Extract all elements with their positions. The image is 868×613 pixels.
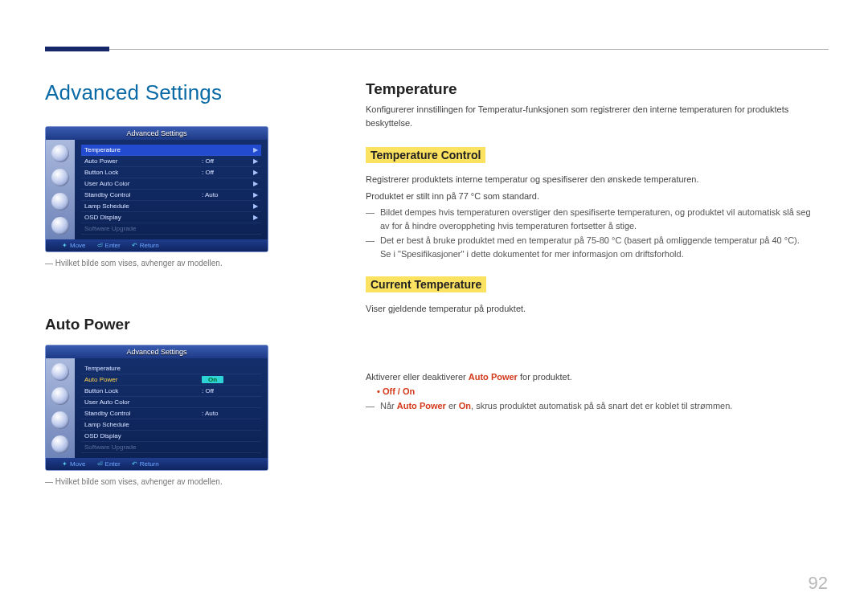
osd-menu-row: User Auto Color▶ (81, 178, 261, 190)
osd-sidebar (46, 358, 75, 458)
osd-menu-row: Button Lock: Off▶ (81, 167, 261, 178)
auto-power-text: Aktiverer eller deaktiverer Auto Power f… (366, 370, 816, 384)
osd-row-value: : Auto (202, 191, 250, 198)
osd-footer-enter: Enter (105, 460, 121, 468)
osd-menu-row: Standby Control: Auto (81, 408, 261, 419)
osd-row-label: Software Upgrade (81, 225, 202, 232)
image-caption: ― Hvilket bilde som vises, avhenger av m… (45, 259, 302, 268)
chevron-right-icon: ▶ (250, 180, 261, 187)
osd-menu-row: Auto Power: Off▶ (81, 156, 261, 167)
osd-row-label: Software Upgrade (81, 443, 202, 451)
osd-row-value: : Off (202, 157, 250, 165)
header-rule (109, 49, 829, 50)
osd-row-label: Standby Control (81, 191, 202, 198)
image-caption: ― Hvilket bilde som vises, avhenger av m… (45, 477, 302, 486)
inline-accent-auto-power: Auto Power (469, 372, 518, 382)
sub-heading-temperature-control: Temperature Control (366, 147, 485, 163)
osd-menu-row: Auto PowerOn (81, 374, 261, 386)
osd-sidebar-icon (51, 363, 69, 381)
page-title: Advanced Settings (45, 80, 302, 105)
osd-row-label: Auto Power (81, 376, 202, 383)
osd-footer-move: Move (70, 460, 86, 468)
bullet-off-on: • Off / On (377, 386, 816, 396)
osd-sidebar-icon (51, 193, 69, 210)
osd-footer: ✦Move ⏎Enter ↶Return (46, 239, 268, 251)
osd-menu-row: Lamp Schedule (81, 419, 261, 431)
osd-footer-return: Return (140, 460, 159, 468)
osd-row-label: User Auto Color (81, 180, 202, 187)
osd-menu: Temperature▶Auto Power: Off▶Button Lock:… (75, 140, 268, 239)
osd-menu-row: Button Lock: Off (81, 386, 261, 397)
osd-menu-row: Temperature▶ (81, 145, 261, 156)
inline-accent-auto-power: Auto Power (397, 401, 446, 411)
chevron-right-icon: ▶ (250, 191, 261, 198)
osd-screenshot-auto-power: Advanced Settings TemperatureAuto PowerO… (45, 345, 268, 471)
temperature-intro: Konfigurerer innstillingen for Temperatu… (366, 103, 816, 129)
osd-row-label: OSD Display (81, 214, 202, 221)
osd-row-label: Lamp Schedule (81, 202, 202, 210)
osd-footer-return: Return (140, 242, 159, 249)
osd-row-label: Button Lock (81, 169, 202, 176)
curr-temp-text: Viser gjeldende temperatur på produktet. (366, 302, 816, 316)
inline-accent-on: On (459, 401, 471, 411)
osd-row-label: Auto Power (81, 157, 202, 165)
osd-row-value: : Off (202, 169, 250, 176)
osd-footer-enter: Enter (105, 242, 121, 249)
note-line: ―Det er best å bruke produktet med en te… (366, 234, 816, 260)
osd-menu-row: Software Upgrade (81, 223, 261, 235)
osd-sidebar-icon (51, 169, 69, 186)
osd-menu-row: Lamp Schedule▶ (81, 201, 261, 212)
osd-sidebar-icon (51, 387, 69, 405)
osd-sidebar-icon (51, 435, 69, 453)
chevron-right-icon: ▶ (250, 157, 261, 165)
page-number: 92 (809, 573, 828, 594)
chevron-right-icon: ▶ (250, 202, 261, 210)
osd-row-value: On (202, 376, 250, 383)
osd-menu-row: User Auto Color (81, 397, 261, 408)
osd-sidebar-icon (51, 145, 69, 162)
osd-menu-row: Software Upgrade (81, 442, 261, 453)
osd-row-label: Lamp Schedule (81, 421, 202, 428)
osd-title: Advanced Settings (46, 127, 268, 140)
osd-sidebar-icon (51, 217, 69, 235)
osd-menu-row: Temperature (81, 363, 261, 374)
osd-row-value: : Off (202, 387, 250, 394)
osd-sidebar (46, 140, 75, 239)
osd-sidebar-icon (51, 411, 69, 429)
chevron-right-icon: ▶ (250, 169, 261, 176)
chevron-right-icon: ▶ (250, 146, 261, 153)
note-line: ―Bildet dempes hvis temperaturen oversti… (366, 206, 816, 232)
note-line: ― Når Auto Power er On, skrus produktet … (366, 399, 816, 413)
osd-screenshot-advanced-settings: Advanced Settings Temperature▶Auto Power… (45, 126, 268, 252)
osd-row-label: Temperature (81, 365, 202, 372)
osd-value-box: On (202, 376, 223, 383)
tc-text: Produktet er stilt inn på 77 °C som stan… (366, 190, 816, 203)
right-column: Temperature Konfigurerer innstillingen f… (366, 80, 816, 415)
osd-row-label: User Auto Color (81, 398, 202, 406)
section-heading-auto-power: Auto Power (45, 316, 302, 333)
sub-heading-current-temperature: Current Temperature (366, 276, 486, 292)
osd-menu-row: OSD Display (81, 431, 261, 442)
header-accent-bar (45, 47, 109, 51)
chevron-right-icon: ▶ (250, 214, 261, 221)
section-heading-temperature: Temperature (366, 80, 816, 98)
osd-menu: TemperatureAuto PowerOnButton Lock: OffU… (75, 358, 268, 458)
osd-title: Advanced Settings (46, 345, 268, 358)
osd-menu-row: Standby Control: Auto▶ (81, 190, 261, 201)
osd-menu-row: OSD Display▶ (81, 212, 261, 223)
osd-footer-move: Move (70, 242, 86, 249)
osd-row-label: OSD Display (81, 432, 202, 439)
osd-row-label: Temperature (81, 146, 202, 153)
left-column: Advanced Settings Advanced Settings Temp… (45, 80, 302, 486)
osd-row-value: : Auto (202, 410, 250, 417)
tc-text: Registrerer produktets interne temperatu… (366, 173, 816, 186)
osd-footer: ✦Move ⏎Enter ↶Return (46, 458, 268, 470)
osd-row-label: Button Lock (81, 387, 202, 394)
osd-row-label: Standby Control (81, 410, 202, 417)
